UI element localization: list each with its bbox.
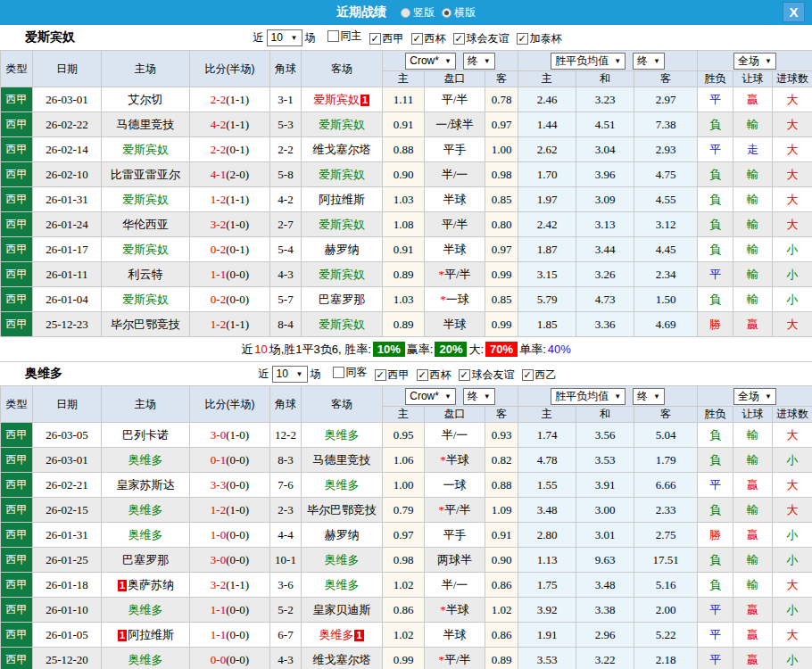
- odds-company-select[interactable]: Crow* ▼: [405, 388, 456, 405]
- score-cell: 1-1(0-0): [190, 623, 270, 648]
- goals-result-text: 小: [787, 453, 799, 467]
- checked-checkbox[interactable]: ✓: [411, 33, 423, 45]
- checked-checkbox[interactable]: ✓: [459, 369, 470, 381]
- handicap-result-cell: 輸: [733, 212, 773, 237]
- wdl-stage-select[interactable]: 终 ▼: [633, 388, 665, 405]
- corner-cell: 2-3: [270, 498, 302, 523]
- filter-check-label: 同主: [341, 29, 362, 44]
- checked-checkbox[interactable]: ✓: [417, 369, 428, 381]
- crow-away-odds-cell: 0.86: [485, 573, 518, 598]
- handicap-result-cell: 輸: [733, 187, 773, 212]
- result-cell: 負: [698, 187, 733, 212]
- games-count-select[interactable]: 10 ▼: [267, 29, 302, 46]
- avg-home-odds-cell: 4.78: [518, 448, 576, 473]
- league-cell: 西甲: [1, 623, 33, 648]
- away-team-cell: 赫罗纳: [302, 237, 383, 262]
- unchecked-checkbox[interactable]: [333, 367, 344, 378]
- avg-draw-odds-cell: 3.36: [576, 312, 634, 337]
- handicap-result-text: 輸: [747, 168, 758, 181]
- unchecked-checkbox[interactable]: [327, 30, 339, 42]
- home-team-cell: 比雷亚雷亚尔: [102, 162, 190, 187]
- crow-away-odds-cell: 0.97: [485, 112, 518, 137]
- avg-draw-odds-cell: 3.26: [576, 262, 634, 287]
- away-team-cell: 毕尔巴鄂竞技: [302, 498, 383, 523]
- handicap-result-text: 贏: [747, 603, 758, 616]
- corner-cell: 10-1: [270, 548, 302, 573]
- checked-checkbox[interactable]: ✓: [375, 369, 386, 381]
- match-row: 西甲 26-01-11 利云特 1-1(0-0) 4-3 爱斯宾奴 0.89 *…: [1, 262, 812, 287]
- layout-radio[interactable]: [401, 8, 410, 18]
- checked-checkbox[interactable]: ✓: [369, 33, 381, 45]
- summary-text: 单率:: [519, 342, 546, 358]
- handicap-result-cell: 贏: [733, 598, 773, 623]
- handicap-result-cell: 輸: [733, 498, 773, 523]
- subcol-crow-home: 主: [383, 407, 425, 423]
- score-cell: 1-2(1-0): [190, 498, 270, 523]
- chevron-down-icon: ▼: [444, 57, 452, 65]
- result-cell: 負: [698, 448, 733, 473]
- filter-controls: 近 10 ▼ 场 同主✓西甲✓西杯✓球会友谊✓加泰杯: [251, 29, 562, 46]
- corner-cell: 3-1: [270, 87, 302, 112]
- match-scope-select[interactable]: 全场 ▼: [733, 53, 776, 70]
- team-name-text: 爱斯宾奴: [122, 193, 169, 206]
- layout-radio[interactable]: [442, 8, 452, 18]
- odds-stage-select[interactable]: 终 ▼: [463, 388, 495, 405]
- score-cell: 1-1(0-0): [190, 598, 270, 623]
- close-button[interactable]: X: [783, 2, 805, 22]
- home-team-cell: 马德里竞技: [102, 112, 190, 137]
- handicap-result-text: 贏: [747, 93, 758, 106]
- goals-result-cell: 大: [773, 137, 812, 162]
- match-row: 西甲 26-01-17 爱斯宾奴 0-2(0-1) 5-4 赫罗纳 0.91 半…: [1, 237, 812, 262]
- corner-cell: 8-3: [270, 448, 302, 473]
- home-team-cell: 利云特: [102, 262, 190, 287]
- chevron-down-icon: ▼: [765, 57, 772, 65]
- halftime-score: (1-1): [226, 118, 249, 131]
- corner-cell: 2-7: [270, 212, 302, 237]
- result-text: 平: [709, 478, 721, 491]
- handicap-cell: *平/半: [425, 648, 485, 669]
- filter-check-item: ✓西甲: [362, 31, 404, 46]
- match-scope-select[interactable]: 全场 ▼: [733, 388, 776, 405]
- home-team-cell: 皇家苏斯达: [102, 473, 190, 498]
- crow-home-odds-cell: 0.99: [383, 648, 425, 669]
- home-team-cell: 奥维多: [102, 448, 190, 473]
- col-date: 日期: [33, 386, 102, 423]
- filter-check-label: 加泰杯: [530, 31, 562, 46]
- crow-away-odds-cell: 0.82: [485, 448, 518, 473]
- crow-away-odds-cell: 0.90: [485, 548, 518, 573]
- subcol-crow-away: 客: [485, 71, 518, 87]
- result-text: 負: [709, 293, 721, 306]
- away-team-cell: 爱斯宾奴: [302, 312, 383, 337]
- checked-checkbox[interactable]: ✓: [517, 33, 528, 45]
- red-card-badge: 1: [360, 95, 369, 106]
- checked-checkbox[interactable]: ✓: [453, 33, 465, 45]
- wdl-avg-select[interactable]: 胜平负均值 ▼: [551, 53, 626, 70]
- score-cell: 3-0(0-0): [190, 548, 270, 573]
- goals-result-text: 大: [787, 578, 799, 591]
- goals-result-text: 大: [787, 428, 799, 442]
- fulltime-score: 3-3: [211, 478, 226, 491]
- goals-result-text: 小: [787, 603, 799, 616]
- score-cell: 3-2(1-1): [190, 573, 270, 598]
- subcol-avg-home: 主: [518, 407, 576, 423]
- wdl-stage-select[interactable]: 终 ▼: [633, 53, 665, 70]
- odds-stage-select[interactable]: 终 ▼: [463, 53, 495, 70]
- games-count-select[interactable]: 10 ▼: [272, 366, 308, 383]
- match-row: 西甲 26-01-05 1阿拉维斯 1-1(0-0) 6-7 奥维多1 1.02…: [1, 623, 812, 648]
- checked-checkbox[interactable]: ✓: [522, 369, 534, 381]
- result-cell: 平: [698, 648, 733, 669]
- crow-away-odds-cell: 0.86: [485, 623, 518, 648]
- wdl-avg-select[interactable]: 胜平负均值 ▼: [551, 388, 626, 405]
- halftime-score: (0-0): [226, 653, 249, 666]
- league-cell: 西甲: [1, 237, 33, 262]
- fulltime-score: 0-2: [211, 293, 226, 306]
- match-row: 西甲 25-12-20 奥维多 0-0(0-0) 4-3 维戈塞尔塔 0.99 …: [1, 648, 812, 669]
- fulltime-score: 1-1: [211, 628, 226, 641]
- fulltime-score: 3-0: [211, 553, 226, 566]
- near-label: 近: [259, 367, 269, 382]
- col-type: 类型: [1, 51, 33, 87]
- home-team-cell: 1阿拉维斯: [102, 623, 190, 648]
- odds-company-select[interactable]: Crow* ▼: [405, 53, 456, 70]
- avg-home-odds-cell: 3.15: [518, 262, 576, 287]
- subcol-result: 胜负: [698, 407, 733, 423]
